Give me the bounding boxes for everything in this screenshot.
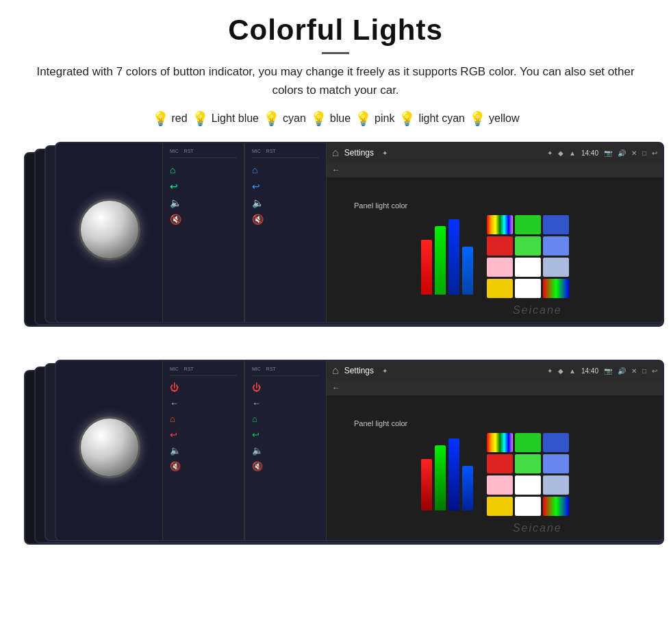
- statusbar-home-icon[interactable]: ⌂: [332, 147, 339, 159]
- speaker-icon: 🔊: [618, 149, 626, 157]
- color-label-red: red: [172, 112, 188, 125]
- back-nav-icon: ↩: [170, 181, 178, 192]
- cell-red-b[interactable]: [487, 454, 513, 473]
- blue-bulb-icon: 💡: [310, 110, 327, 127]
- time-display: 14:40: [581, 149, 598, 157]
- icon-back-b2: ↩: [252, 430, 259, 440]
- cell-blue-dark-b[interactable]: [543, 433, 569, 452]
- cell-white-b[interactable]: [515, 475, 541, 495]
- signal-icon-b: ▲: [569, 367, 576, 375]
- cell-white2-b[interactable]: [515, 497, 541, 516]
- front-radio-bottom: MICRST ⏻ ← ⌂ ↩: [55, 360, 664, 541]
- icon-row-mute2: 🔇: [252, 214, 264, 225]
- screen-nav-bottom: ←: [327, 380, 663, 395]
- cell-pink-b[interactable]: [487, 475, 513, 495]
- mute-icon-b2: 🔇: [252, 461, 263, 471]
- back-icon: ↩: [652, 149, 657, 157]
- home-icon-b2: ⌂: [252, 414, 257, 424]
- main-knob-bottom[interactable]: [79, 417, 140, 478]
- cell-blue-pale[interactable]: [543, 258, 569, 277]
- cell-pink-light[interactable]: [487, 258, 513, 277]
- color-bars-bottom: [421, 438, 473, 510]
- cell-blue-dark[interactable]: [543, 215, 569, 234]
- power-icon-b1: ⏻: [170, 382, 179, 393]
- screen-content-bottom: Panel light color: [327, 395, 663, 540]
- bluetooth-icon: ✦: [547, 149, 553, 157]
- mid-panel-bottom1: MICRST ⏻ ← ⌂ ↩: [162, 361, 244, 540]
- back-icon-b2: ↩: [252, 430, 259, 440]
- description-text: Integrated with 7 colors of button indic…: [27, 62, 644, 99]
- cell-blue-light[interactable]: [543, 236, 569, 256]
- bar-blue-b: [448, 438, 459, 510]
- title-section: Colorful Lights Integrated with 7 colors…: [21, 14, 650, 99]
- nav-back-arrow[interactable]: ←: [332, 165, 340, 175]
- cell-green[interactable]: [515, 215, 541, 234]
- icon-row-home: ⌂: [170, 164, 175, 175]
- main-knob[interactable]: [79, 199, 140, 260]
- cell-white2[interactable]: [515, 279, 541, 298]
- color-bars-top: [421, 219, 473, 295]
- devices-section: MICRST ⌂ ↩ 🔈 🔇: [21, 142, 650, 558]
- settings-pin-icon: ✦: [382, 149, 388, 157]
- cell-green-bright[interactable]: [515, 236, 541, 256]
- bar-green-b: [435, 445, 446, 510]
- lightcyan-bulb-icon: 💡: [398, 110, 416, 127]
- home-icon-b1: ⌂: [170, 414, 175, 424]
- cell-rgb[interactable]: [543, 279, 569, 298]
- icon-vol-b2: 🔈: [252, 445, 263, 456]
- watermark-top: Seicane: [513, 304, 562, 317]
- color-label-pink: pink: [375, 112, 394, 125]
- color-indicators-row: 💡 red 💡 Light blue 💡 cyan 💡 blue 💡 pink …: [21, 110, 650, 127]
- cell-red[interactable]: [487, 236, 513, 256]
- color-item-lightcyan: 💡 light cyan: [398, 110, 465, 127]
- camera-icon: 📷: [604, 149, 612, 157]
- cell-rainbow[interactable]: [487, 215, 513, 234]
- nav-back-arrow-b[interactable]: ←: [332, 383, 340, 393]
- statusbar-bottom: ⌂ Settings ✦ ✦ ◆ ▲ 14:40 📷 🔊 ✕ □: [327, 361, 663, 380]
- icon-row-vol2: 🔈: [252, 197, 264, 208]
- icon-row-back2: ↩: [252, 181, 260, 192]
- icon-power-b1: ⏻: [170, 382, 179, 393]
- icon-row-back: ↩: [170, 181, 178, 192]
- mute-nav-icon2: 🔇: [252, 214, 264, 225]
- wifi-icon: ◆: [558, 149, 564, 157]
- color-grid-bottom: [487, 433, 569, 516]
- color-item-yellow: 💡 yellow: [469, 110, 519, 127]
- back-icon-sb-b: ↩: [652, 367, 657, 375]
- cell-pale-b[interactable]: [543, 475, 569, 495]
- color-label-lightblue: Light blue: [212, 112, 259, 125]
- cell-white[interactable]: [515, 258, 541, 277]
- power-icon-b2: ⏻: [252, 382, 261, 393]
- time-display-b: 14:40: [581, 367, 598, 375]
- icon-power-b2: ⏻: [252, 382, 261, 393]
- close-icon: ✕: [631, 149, 637, 157]
- color-display-bottom: [421, 433, 569, 516]
- icon-arrow-b1: ←: [170, 398, 179, 408]
- cell-rainbow-b[interactable]: [487, 433, 513, 452]
- panel-light-label-bottom: Panel light color: [354, 419, 407, 428]
- cell-yellow-b[interactable]: [487, 497, 513, 516]
- mid-panel-bottom2: MICRST ⏻ ← ⌂ ↩: [244, 361, 327, 540]
- settings-label-b: Settings: [344, 366, 374, 375]
- mid-icons-panel-top: MICRST ⌂ ↩ 🔈 🔇: [162, 143, 244, 322]
- icon-row-home2: ⌂: [252, 164, 257, 175]
- screen-area-bottom: ⌂ Settings ✦ ✦ ◆ ▲ 14:40 📷 🔊 ✕ □: [327, 361, 663, 540]
- icon-back-b1: ↩: [170, 430, 177, 440]
- cell-rgb-b[interactable]: [543, 497, 569, 516]
- arrow-icon-b2: ←: [252, 398, 261, 408]
- vol-icon-b1: 🔈: [170, 445, 181, 456]
- cell-green-b[interactable]: [515, 433, 541, 452]
- cell-blue-light-b[interactable]: [543, 454, 569, 473]
- color-item-pink: 💡 pink: [355, 110, 394, 127]
- bar-red: [421, 240, 432, 295]
- cell-green-bright-b[interactable]: [515, 454, 541, 473]
- cell-yellow[interactable]: [487, 279, 513, 298]
- statusbar-home-icon-b[interactable]: ⌂: [332, 364, 339, 377]
- home-nav-icon: ⌂: [170, 164, 175, 175]
- mic-rst-labels-b1: MICRST: [170, 367, 194, 371]
- screen-area-top: ⌂ Settings ✦ ✦ ◆ ▲ 14:40 📷 🔊 ✕ □: [327, 143, 663, 322]
- color-item-red: 💡 red: [152, 110, 188, 127]
- vol-nav-icon2: 🔈: [252, 197, 264, 208]
- bar-blue2-b: [462, 466, 473, 510]
- arrow-icon-b1: ←: [170, 398, 179, 408]
